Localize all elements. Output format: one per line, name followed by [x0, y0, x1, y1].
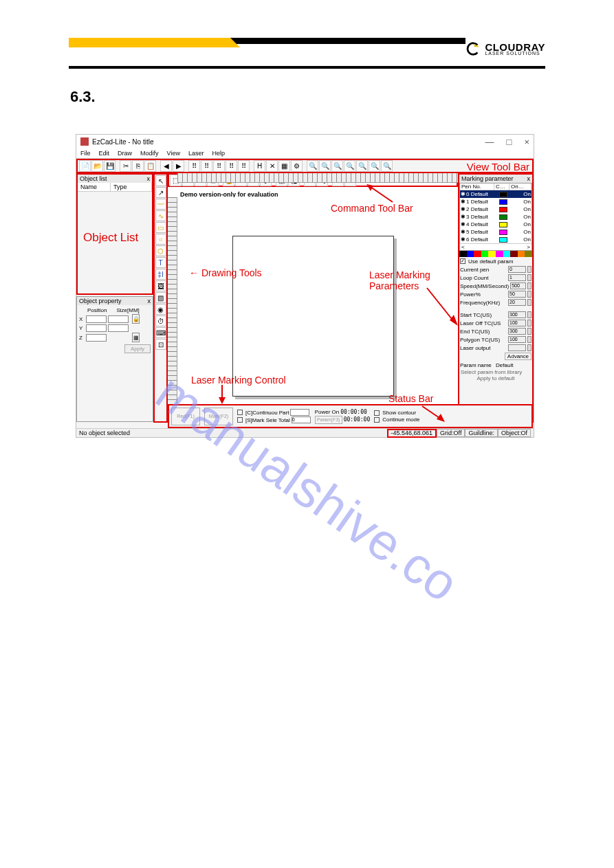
- save-icon[interactable]: 💾: [104, 160, 116, 172]
- spin-icon[interactable]: [527, 336, 531, 343]
- copy-icon[interactable]: ⎘: [132, 160, 144, 172]
- menu-file[interactable]: File: [80, 150, 91, 157]
- laser-output-field[interactable]: [508, 344, 526, 351]
- polygon-tool-icon[interactable]: ⬡: [155, 245, 166, 256]
- pen-row[interactable]: ✱1 DefaultOn: [460, 198, 531, 205]
- vector-tool-icon[interactable]: ▧: [155, 292, 166, 303]
- marking-close-icon[interactable]: x: [527, 175, 531, 182]
- node-tool-icon[interactable]: ↗: [155, 187, 166, 198]
- array-icon[interactable]: ⠿: [188, 160, 200, 172]
- apply-button[interactable]: Apply: [124, 344, 151, 353]
- spiral-tool-icon[interactable]: ◉: [155, 304, 166, 315]
- input-x-pos[interactable]: [86, 315, 107, 323]
- spin-icon[interactable]: [527, 320, 531, 326]
- hatch-tool-icon[interactable]: ‡I: [155, 269, 166, 280]
- pen-row[interactable]: ✱0 DefaultOn: [460, 190, 531, 198]
- pen-row[interactable]: ✱2 DefaultOn: [460, 205, 531, 213]
- param-input[interactable]: 0: [508, 266, 526, 273]
- spin-icon[interactable]: [527, 266, 531, 273]
- pen-row[interactable]: ✱5 DefaultOn: [460, 228, 531, 236]
- lock-icon[interactable]: 🔒: [132, 314, 140, 324]
- select-param-library[interactable]: Select param from library: [459, 369, 532, 375]
- array4-icon[interactable]: ⠿: [226, 160, 237, 172]
- hatch-icon[interactable]: H: [254, 160, 265, 172]
- input-y-pos[interactable]: [86, 324, 107, 332]
- zoom-ext-icon[interactable]: 🔍: [381, 160, 393, 172]
- zoom-win-icon[interactable]: 🔍: [369, 160, 380, 172]
- mark-button[interactable]: Mark(F2): [204, 408, 233, 425]
- input-x-size[interactable]: [108, 315, 129, 323]
- new-icon[interactable]: 📄: [79, 160, 91, 172]
- pen-row[interactable]: ✱3 DefaultOn: [460, 213, 531, 221]
- show-contour-check[interactable]: [374, 410, 380, 416]
- input-y-size[interactable]: [108, 324, 129, 332]
- param-input[interactable]: 500: [510, 282, 526, 289]
- minimize-button[interactable]: —: [485, 137, 494, 147]
- redo-icon[interactable]: ▶: [173, 160, 184, 172]
- zoom-all-icon[interactable]: 🔍: [344, 160, 355, 172]
- rect-tool-icon[interactable]: ▭: [155, 222, 166, 233]
- spin-icon[interactable]: [527, 282, 531, 289]
- text-tool-icon[interactable]: T: [155, 257, 166, 268]
- input-z-pos[interactable]: [86, 334, 107, 342]
- menu-edit[interactable]: Edit: [99, 150, 110, 157]
- color-swatch[interactable]: [510, 251, 518, 257]
- cut-icon[interactable]: ✂: [120, 160, 131, 172]
- color-swatch[interactable]: [474, 251, 481, 257]
- zoom-out-icon[interactable]: 🔍: [319, 160, 331, 172]
- red-button[interactable]: Red(F1): [171, 408, 200, 425]
- color-swatch[interactable]: [467, 251, 474, 257]
- encoder-tool-icon[interactable]: ⊡: [155, 339, 166, 350]
- zoom-sel-icon[interactable]: 🔍: [356, 160, 368, 172]
- array2-icon[interactable]: ⠿: [201, 160, 212, 172]
- array3-icon[interactable]: ⠿: [213, 160, 225, 172]
- param-input[interactable]: 1: [508, 274, 526, 281]
- laser-output-spin[interactable]: [527, 344, 531, 351]
- color-swatch[interactable]: [503, 251, 511, 257]
- spin-icon[interactable]: [527, 274, 531, 281]
- part-input[interactable]: [290, 409, 309, 416]
- menu-view[interactable]: View: [167, 150, 180, 157]
- color-swatch[interactable]: [525, 251, 532, 257]
- line-tool-icon[interactable]: 〰: [155, 199, 166, 210]
- param-input[interactable]: 100: [508, 320, 526, 326]
- menu-help[interactable]: Help: [212, 150, 225, 157]
- pen-row[interactable]: ✱4 DefaultOn: [460, 221, 531, 228]
- array5-icon[interactable]: ⠿: [238, 160, 250, 172]
- spin-icon[interactable]: [527, 311, 531, 318]
- tool-icon[interactable]: ✕: [266, 160, 278, 172]
- curve-tool-icon[interactable]: ∿: [155, 210, 166, 221]
- apply-to-default[interactable]: Apply to default: [459, 375, 532, 381]
- grid-icon[interactable]: ▦: [132, 333, 140, 342]
- zoom-fit-icon[interactable]: 🔍: [331, 160, 343, 172]
- pen-list[interactable]: Pen No. C… On… ✱0 DefaultOn✱1 DefaultOn✱…: [459, 183, 532, 251]
- maximize-button[interactable]: □: [507, 137, 512, 147]
- advance-button[interactable]: Advance: [505, 353, 531, 360]
- input-tool-icon[interactable]: ⌨: [155, 327, 166, 338]
- param-input[interactable]: 100: [508, 336, 526, 343]
- continue-mode-check[interactable]: [374, 417, 380, 423]
- continuous-check[interactable]: [237, 410, 243, 415]
- param-input[interactable]: 20: [508, 299, 526, 306]
- image-tool-icon[interactable]: 🖼: [155, 280, 166, 291]
- total-input[interactable]: 0: [292, 416, 311, 423]
- undo-icon[interactable]: ◀: [160, 160, 172, 172]
- menu-laser[interactable]: Laser: [188, 150, 204, 157]
- calc-icon[interactable]: ▦: [278, 160, 290, 172]
- color-swatch[interactable]: [496, 251, 503, 257]
- menu-modify[interactable]: Modify: [140, 150, 159, 157]
- spin-icon[interactable]: [527, 299, 531, 306]
- color-swatch[interactable]: [459, 251, 467, 257]
- circle-tool-icon[interactable]: ○: [155, 234, 166, 245]
- pen-row[interactable]: ✱6 DefaultOn: [460, 236, 531, 243]
- timer-tool-icon[interactable]: ⏱: [155, 315, 166, 326]
- marksele-check[interactable]: [237, 417, 243, 423]
- color-swatch[interactable]: [481, 251, 489, 257]
- color-swatch[interactable]: [488, 251, 496, 257]
- spin-icon[interactable]: [527, 328, 531, 335]
- color-swatch[interactable]: [518, 251, 525, 257]
- select-tool-icon[interactable]: ↖: [155, 175, 166, 186]
- open-icon[interactable]: 📂: [91, 160, 103, 172]
- param-input[interactable]: 300: [508, 328, 526, 335]
- spin-icon[interactable]: [527, 291, 531, 298]
